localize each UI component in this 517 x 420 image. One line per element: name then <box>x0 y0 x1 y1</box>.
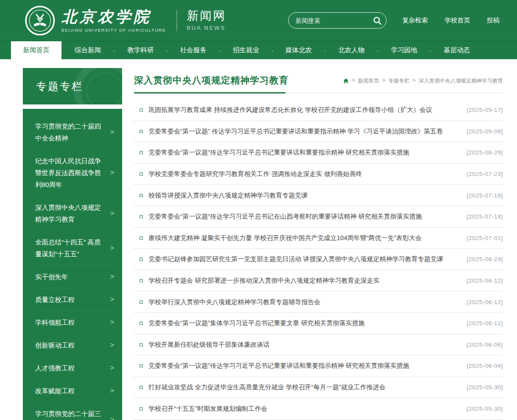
nav-item[interactable]: · 北农人物 <box>325 41 378 59</box>
breadcrumb-label: 深入贯彻中央八项规定精神学习教育 <box>419 77 503 85</box>
square-bullet-icon <box>140 151 143 154</box>
chevron-right-icon: > <box>110 362 114 374</box>
square-bullet-icon <box>140 108 143 111</box>
news-title-link[interactable]: 学校党委常委会专题研究学习教育相关工作 强调推动走深走实 做到善始善终 <box>148 170 362 178</box>
nav-item[interactable]: · 媒体北农 <box>272 41 325 59</box>
news-date: [2025-09-17] <box>458 107 503 113</box>
news-row[interactable]: 校领导讲授深入贯彻中央八项规定精神学习教育专题党课 [2025-07-18] <box>134 185 503 206</box>
header-link[interactable]: 学校首页 <box>445 16 470 25</box>
sidebar-title: 专题专栏 <box>36 79 83 93</box>
university-logo[interactable]: 北京农学院 BEIJING UNIVERSITY OF AGRICULTURE <box>25 5 166 36</box>
square-bullet-icon <box>140 343 143 346</box>
news-row[interactable]: 党委常委会“第一议题”传达学习习近平总书记重要讲话和重要指示精神 研究相关贯彻落… <box>134 142 503 164</box>
university-name-en: BEIJING UNIVERSITY OF AGRICULTURE <box>61 28 166 32</box>
chevron-right-icon: > <box>110 126 114 138</box>
header-link[interactable]: 复杂检索 <box>402 16 428 25</box>
news-row[interactable]: 赓续伟大建党精神 凝聚实干创先力量 学校召开庆祝中国共产党成立104周年暨“两优… <box>134 228 503 249</box>
nav-item[interactable]: · 社会服务 <box>167 41 220 59</box>
sidebar-topic-item[interactable]: 学科领航工程 > <box>35 311 114 334</box>
sidebar-topic-item[interactable]: 纪念中国人民抗日战争暨世界反法西斯战争胜利80周年 > <box>35 150 114 196</box>
nav-item-label: 综合新闻 <box>61 46 114 54</box>
news-date: [2025-05-30] <box>458 384 503 391</box>
news-title-link[interactable]: 学校召开专题会 研究部署进一步推动深入贯彻中央八项规定精神学习教育走深走实 <box>148 276 380 285</box>
header-link[interactable]: 投稿 <box>487 16 499 25</box>
sidebar-topic-item[interactable]: 实干创先年 > <box>35 266 114 288</box>
nav-item[interactable]: · 学习园地 <box>378 41 430 59</box>
sidebar-topic-item[interactable]: 学习贯彻党的二十届三中全会精神 > <box>35 402 114 420</box>
sidebar-topic-list: 学习贯彻党的二十届四中全会精神 > 纪念中国人民抗日战争暨世界反法西斯战争胜利8… <box>23 109 122 420</box>
breadcrumb-item[interactable]: > 深入贯彻中央八项规定精神学习教育 <box>412 77 503 85</box>
nav-item[interactable]: · 招生就业 <box>220 41 272 59</box>
main-panel: 深入贯彻中央八项规定精神学习教育 > 新闻首页 > 专题专 <box>134 68 503 420</box>
news-row[interactable]: 党委常委会“第一议题”集体学习习近平总书记重要文章 研究相关贯彻落实措施 [20… <box>134 313 503 334</box>
news-row[interactable]: 学校召开专题会 研究部署进一步推动深入贯彻中央八项规定精神学习教育走深走实 [2… <box>134 270 503 292</box>
nav-item[interactable]: · 综合新闻 <box>61 41 114 59</box>
square-bullet-icon <box>140 279 143 282</box>
news-row[interactable]: 学校开展新任职处级领导干部集体廉政谈话 [2025-06-06] <box>134 334 503 356</box>
news-title-link[interactable]: 党委常委会“第一议题”集体学习习近平总书记重要文章 研究相关贯彻落实措施 <box>148 319 365 327</box>
news-row[interactable]: 党委常委会“第一议题” 传达学习习近平总书记重要讲话和重要指示精神 学习《习近平… <box>134 121 503 143</box>
breadcrumb: > 新闻首页 > 专题专栏 > 深入贯彻中央八项规定精神学习教育 <box>343 77 503 86</box>
sidebar-topic-label: 创新驱动工程 <box>35 339 110 351</box>
news-row[interactable]: 打好就业攻坚战 全力促进毕业生高质量充分就业 学校召开“每月一题”就业工作推进会… <box>134 377 503 398</box>
site-name-en: BUA NEWS <box>187 25 226 31</box>
square-bullet-icon <box>140 172 143 176</box>
chevron-right-icon: > <box>110 167 114 179</box>
sidebar-topic-item[interactable]: 深入贯彻中央八项规定精神学习教育 > <box>35 196 114 231</box>
breadcrumb-label: 专题专栏 <box>388 77 409 85</box>
sidebar-topic-item[interactable]: 学习贯彻党的二十届四中全会精神 > <box>35 115 114 150</box>
breadcrumb-item[interactable]: > 新闻首页 <box>352 77 379 85</box>
chevron-right-icon: > <box>110 339 114 351</box>
news-title-link[interactable]: 学校召开“十五五”时期发展规划编制工作会 <box>148 405 268 413</box>
search-button[interactable] <box>371 14 383 27</box>
news-date: [2025-07-14] <box>458 213 503 220</box>
main-nav: · 新闻首页 · 综合新闻 · 教学科研 · 社会服务 · 招生就业 <box>0 41 517 59</box>
topics-sidebar: 专题专栏 学习贯彻党的二十届四中全会精神 > 纪念中国人民抗日战争暨世界反法西斯… <box>23 68 122 420</box>
page-title: 深入贯彻中央八项规定精神学习教育 <box>134 74 289 86</box>
sidebar-topic-item[interactable]: 人才强教工程 > <box>35 357 114 380</box>
news-row[interactable]: 巩固拓展学习教育成果 持续推进作风建设常态化长效化 学校召开党的建设工作领导小组… <box>134 100 503 121</box>
nav-item[interactable]: · 教学科研 <box>114 41 167 59</box>
news-title-link[interactable]: 学校开展新任职处级领导干部集体廉政谈话 <box>148 341 270 349</box>
square-bullet-icon <box>140 215 143 218</box>
chevron-right-icon: > <box>110 414 114 420</box>
news-title-link[interactable]: 校领导讲授深入贯彻中央八项规定精神学习教育专题党课 <box>148 191 308 200</box>
news-title-link[interactable]: 学校举行深入贯彻中央八项规定精神学习教育专题辅导报告会 <box>148 298 321 306</box>
sidebar-topic-item[interactable]: 创新驱动工程 > <box>35 334 114 357</box>
sidebar-topic-label: 改革赋能工程 <box>35 385 110 397</box>
square-bullet-icon <box>140 194 143 197</box>
nav-item[interactable]: · 基层动态 <box>430 41 483 59</box>
news-row[interactable]: 学校召开“十五五”时期发展规划编制工作会 [2025-05-30] <box>134 398 503 420</box>
news-title-link[interactable]: 党委书记赵锋参加园艺研究生第一党支部主题党日活动 讲授深入贯彻中央八项规定精神学… <box>148 255 443 263</box>
square-bullet-icon <box>140 407 143 410</box>
news-title-link[interactable]: 党委常委会“第一议题”传达学习习近平总书记重要讲话和重要指示精神 研究相关贯彻落… <box>148 148 409 157</box>
news-title-link[interactable]: 党委常委会“第一议题”传达学习习近平总书记在山西考察时的重要讲话精神 研究相关贯… <box>148 212 422 221</box>
breadcrumb-separator: > <box>352 77 355 85</box>
sidebar-topic-label: 深入贯彻中央八项规定精神学习教育 <box>35 201 110 225</box>
news-row[interactable]: 学校党委常委会专题研究学习教育相关工作 强调推动走深走实 做到善始善终 [202… <box>134 164 503 185</box>
news-row[interactable]: 学校举行深入贯彻中央八项规定精神学习教育专题辅导报告会 [2025-06-12] <box>134 291 503 313</box>
news-row[interactable]: 党委常委会“第一议题”传达学习习近平总书记重要讲话和重要指示精神 研究相关贯彻落… <box>134 355 503 377</box>
sidebar-topic-label: 学习贯彻党的二十届三中全会精神 <box>35 408 110 420</box>
news-row[interactable]: 党委书记赵锋参加园艺研究生第一党支部主题党日活动 讲授深入贯彻中央八项规定精神学… <box>134 249 503 270</box>
search-input[interactable] <box>296 17 371 24</box>
nav-item-label: 招生就业 <box>220 46 272 54</box>
news-row[interactable]: 党委常委会“第一议题”传达学习习近平总书记在山西考察时的重要讲话精神 研究相关贯… <box>134 206 503 228</box>
news-title-link[interactable]: 巩固拓展学习教育成果 持续推进作风建设常态化长效化 学校召开党的建设工作领导小组… <box>148 106 432 114</box>
site-name-cn: 新闻网 <box>187 10 226 22</box>
sidebar-topic-item[interactable]: 质量立校工程 > <box>35 288 114 311</box>
university-name-cn: 北京农学院 <box>61 9 166 24</box>
news-date: [2025-08-29] <box>458 149 503 156</box>
news-title-link[interactable]: 党委常委会“第一议题” 传达学习习近平总书记重要讲话和重要指示精神 学习《习近平… <box>148 127 443 136</box>
sidebar-topic-item[interactable]: 全面总结“十四五” 高质量谋划“十五五” > <box>35 231 114 266</box>
square-bullet-icon <box>140 386 143 389</box>
nav-item[interactable]: · 新闻首页 <box>11 41 61 59</box>
news-title-link[interactable]: 打好就业攻坚战 全力促进毕业生高质量充分就业 学校召开“每月一题”就业工作推进会 <box>148 383 386 391</box>
sidebar-topic-item[interactable]: 改革赋能工程 > <box>35 380 114 402</box>
nav-item-label: 新闻首页 <box>11 46 61 54</box>
news-date: [2025-05-30] <box>458 406 503 412</box>
news-title-link[interactable]: 赓续伟大建党精神 凝聚实干创先力量 学校召开庆祝中国共产党成立104周年暨“两优… <box>148 234 422 242</box>
news-title-link[interactable]: 党委常委会“第一议题”传达学习习近平总书记重要讲话和重要指示精神 研究相关贯彻落… <box>148 362 409 370</box>
chevron-right-icon: > <box>110 294 114 305</box>
breadcrumb-item[interactable]: > 专题专栏 <box>382 77 409 85</box>
